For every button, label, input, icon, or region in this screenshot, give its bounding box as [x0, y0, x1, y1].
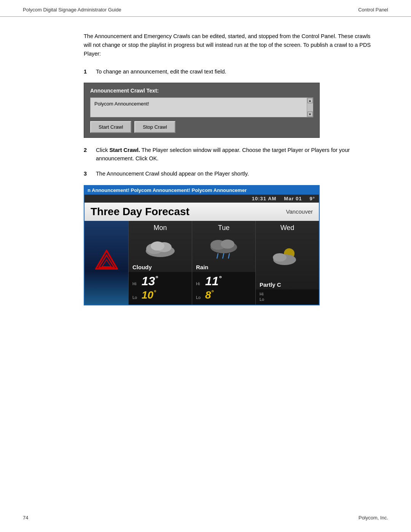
partly-cloudy-icon — [270, 245, 304, 268]
svg-line-10 — [217, 253, 218, 259]
time-bar: 10:31 AM Mar 01 9° — [84, 195, 319, 203]
forecast-condition-wed: Partly C — [256, 280, 319, 289]
temp-lo-mon: 10° — [142, 289, 156, 301]
header-left: Polycom Digital Signage Administrator Gu… — [23, 7, 121, 13]
step-3: 3 The Announcement Crawl should appear o… — [84, 170, 373, 178]
svg-line-12 — [228, 253, 229, 259]
scroll-down-arrow[interactable]: ▼ — [307, 112, 313, 117]
forecast-condition-tue: Rain — [192, 262, 255, 272]
step-1-text: To change an announcement, edit the craw… — [96, 68, 226, 76]
scroll-up-arrow[interactable]: ▲ — [307, 98, 313, 103]
lo-label-tue: Lo — [196, 295, 202, 300]
svg-marker-1 — [99, 255, 114, 267]
cloudy-icon — [143, 236, 177, 259]
forecast-grid: Mon Cloudy Hi 13° Lo — [84, 221, 319, 305]
stop-crawl-button[interactable]: Stop Crawl — [134, 121, 175, 133]
temp-hi-row-mon: Hi 13° — [132, 274, 188, 288]
forecast-location: Vancouver — [286, 208, 313, 215]
temp-hi-mon: 13° — [142, 274, 158, 288]
step-1: 1 To change an announcement, edit the cr… — [84, 68, 373, 76]
step-2-text: Click Start Crawl. The Player selection … — [96, 146, 373, 163]
date-display: Mar 01 — [284, 196, 302, 201]
crawl-bar: n Announcement! Polycom Announcement! Po… — [84, 186, 319, 195]
crawl-bar-text: n Announcement! Polycom Announcement! Po… — [88, 187, 247, 193]
page-header: Polycom Digital Signage Administrator Gu… — [0, 0, 411, 17]
temp-lo-tue: 8° — [205, 289, 213, 301]
crawl-box-title: Announcement Crawl Text: — [90, 88, 313, 94]
svg-point-15 — [273, 253, 287, 262]
forecast-temps-wed: Hi Lo — [256, 289, 319, 305]
lo-label-wed: Lo — [260, 297, 266, 302]
hi-label-mon: Hi — [132, 281, 139, 286]
page-footer: 74 Polycom, Inc. — [0, 515, 411, 521]
forecast-day-wed: Wed — [256, 221, 319, 233]
intro-text: The Announcement and Emergency Crawls ca… — [84, 32, 373, 59]
lo-label-mon: Lo — [132, 295, 139, 300]
forecast-condition-mon: Cloudy — [129, 262, 192, 272]
polycom-logo — [95, 250, 118, 275]
forecast-col-wed: Wed Partly C Hi Lo — [255, 221, 319, 305]
step-3-text: The Announcement Crawl should appear on … — [96, 170, 249, 178]
temp-hi-row-tue: Hi 11° — [196, 274, 252, 288]
forecast-col-mon: Mon Cloudy Hi 13° Lo — [128, 221, 192, 305]
forecast-header: Three Day Forecast Vancouver — [84, 203, 319, 221]
main-content: The Announcement and Emergency Crawls ca… — [0, 17, 411, 321]
forecast-logo-col — [84, 221, 128, 305]
footer-page-num: 74 — [23, 515, 28, 521]
crawl-buttons: Start Crawl Stop Crawl — [90, 121, 313, 133]
svg-point-9 — [221, 240, 234, 249]
svg-point-6 — [151, 241, 164, 251]
weather-display: n Announcement! Polycom Announcement! Po… — [84, 185, 320, 305]
temp-lo-row-mon: Lo 10° — [132, 289, 188, 301]
hi-label-wed: Hi — [260, 292, 266, 296]
forecast-col-tue: Tue Rain Hi 11° — [192, 221, 255, 305]
svg-line-11 — [223, 253, 224, 259]
temp-lo-row-wed: Lo — [260, 297, 315, 302]
footer-company: Polycom, Inc. — [358, 515, 388, 521]
crawl-textarea-text: Polycom Announcement! — [93, 99, 151, 108]
crawl-box: Announcement Crawl Text: Polycom Announc… — [84, 83, 320, 138]
step-2: 2 Click Start Crawl. The Player selectio… — [84, 146, 373, 163]
forecast-day-mon: Mon — [129, 221, 192, 233]
extra-display: 9° — [310, 196, 315, 201]
forecast-title: Three Day Forecast — [91, 206, 190, 218]
crawl-textarea[interactable]: Polycom Announcement! ▲ ▼ — [90, 97, 313, 117]
step-1-num: 1 — [84, 68, 91, 76]
start-crawl-button[interactable]: Start Crawl — [90, 121, 131, 133]
forecast-img-tue — [192, 233, 255, 263]
temp-lo-row-tue: Lo 8° — [196, 289, 252, 301]
forecast-day-tue: Tue — [192, 221, 255, 233]
time-display: 10:31 AM — [252, 196, 277, 201]
header-right: Control Panel — [358, 7, 388, 13]
crawl-scrollbar[interactable]: ▲ ▼ — [307, 98, 313, 117]
hi-label-tue: Hi — [196, 281, 202, 286]
forecast-temps-tue: Hi 11° Lo 8° — [192, 272, 255, 304]
forecast-img-mon — [129, 233, 192, 263]
forecast-img-wed — [256, 233, 319, 280]
step-3-num: 3 — [84, 170, 91, 178]
rain-icon — [207, 236, 241, 259]
step-2-num: 2 — [84, 146, 91, 163]
temp-hi-row-wed: Hi — [260, 292, 315, 296]
temp-hi-tue: 11° — [205, 274, 221, 288]
forecast-temps-mon: Hi 13° Lo 10° — [129, 272, 192, 304]
